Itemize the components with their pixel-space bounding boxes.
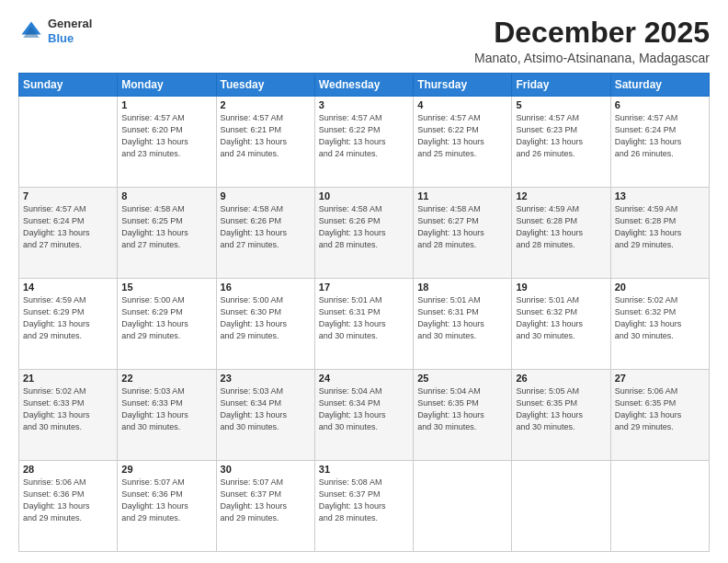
calendar-header-row: Sunday Monday Tuesday Wednesday Thursday… bbox=[19, 74, 710, 97]
table-row: 17Sunrise: 5:01 AMSunset: 6:31 PMDayligh… bbox=[314, 279, 413, 370]
day-number: 31 bbox=[319, 464, 409, 475]
day-number: 8 bbox=[121, 190, 211, 201]
table-row: 12Sunrise: 4:59 AMSunset: 6:28 PMDayligh… bbox=[512, 188, 610, 279]
day-info: Sunrise: 5:00 AMSunset: 6:30 PMDaylight:… bbox=[221, 294, 311, 342]
table-row: 6Sunrise: 4:57 AMSunset: 6:24 PMDaylight… bbox=[610, 97, 709, 188]
table-row: 3Sunrise: 4:57 AMSunset: 6:22 PMDaylight… bbox=[314, 97, 413, 188]
day-info: Sunrise: 5:07 AMSunset: 6:37 PMDaylight:… bbox=[221, 477, 311, 524]
day-info: Sunrise: 4:58 AMSunset: 6:26 PMDaylight:… bbox=[221, 203, 311, 251]
table-row: 4Sunrise: 4:57 AMSunset: 6:22 PMDaylight… bbox=[414, 97, 512, 188]
day-info: Sunrise: 5:02 AMSunset: 6:33 PMDaylight:… bbox=[23, 385, 113, 433]
day-info: Sunrise: 5:08 AMSunset: 6:37 PMDaylight:… bbox=[319, 477, 409, 524]
day-number: 4 bbox=[417, 99, 507, 110]
day-number: 6 bbox=[615, 99, 705, 110]
col-saturday: Saturday bbox=[610, 74, 709, 97]
calendar-week-row: 14Sunrise: 4:59 AMSunset: 6:29 PMDayligh… bbox=[19, 279, 710, 370]
day-info: Sunrise: 4:58 AMSunset: 6:26 PMDaylight:… bbox=[319, 203, 409, 251]
day-number: 1 bbox=[121, 99, 211, 110]
day-number: 20 bbox=[615, 282, 705, 293]
table-row: 1Sunrise: 4:57 AMSunset: 6:20 PMDaylight… bbox=[118, 97, 216, 188]
calendar-week-row: 21Sunrise: 5:02 AMSunset: 6:33 PMDayligh… bbox=[19, 370, 710, 461]
day-number: 17 bbox=[319, 282, 409, 293]
calendar-table: Sunday Monday Tuesday Wednesday Thursday… bbox=[18, 73, 710, 552]
table-row bbox=[512, 461, 610, 552]
day-info: Sunrise: 5:03 AMSunset: 6:34 PMDaylight:… bbox=[221, 385, 311, 433]
day-number: 25 bbox=[417, 373, 507, 384]
day-info: Sunrise: 4:57 AMSunset: 6:21 PMDaylight:… bbox=[221, 112, 311, 160]
day-info: Sunrise: 5:04 AMSunset: 6:35 PMDaylight:… bbox=[417, 385, 507, 433]
table-row: 31Sunrise: 5:08 AMSunset: 6:37 PMDayligh… bbox=[314, 461, 413, 552]
table-row: 29Sunrise: 5:07 AMSunset: 6:36 PMDayligh… bbox=[118, 461, 216, 552]
col-tuesday: Tuesday bbox=[216, 74, 314, 97]
logo-general: General bbox=[48, 17, 92, 30]
day-info: Sunrise: 5:00 AMSunset: 6:29 PMDaylight:… bbox=[121, 294, 211, 342]
day-number: 14 bbox=[23, 282, 113, 293]
day-number: 21 bbox=[23, 373, 113, 384]
day-number: 27 bbox=[615, 373, 705, 384]
day-number: 28 bbox=[23, 464, 113, 475]
title-block: December 2025 Manato, Atsimo-Atsinanana,… bbox=[474, 17, 710, 65]
day-info: Sunrise: 5:01 AMSunset: 6:31 PMDaylight:… bbox=[319, 294, 409, 342]
day-info: Sunrise: 4:57 AMSunset: 6:22 PMDaylight:… bbox=[319, 112, 409, 160]
day-number: 3 bbox=[319, 99, 409, 110]
logo-icon bbox=[18, 18, 44, 44]
table-row: 15Sunrise: 5:00 AMSunset: 6:29 PMDayligh… bbox=[118, 279, 216, 370]
day-number: 15 bbox=[121, 282, 211, 293]
table-row: 24Sunrise: 5:04 AMSunset: 6:34 PMDayligh… bbox=[314, 370, 413, 461]
calendar-week-row: 7Sunrise: 4:57 AMSunset: 6:24 PMDaylight… bbox=[19, 188, 710, 279]
day-info: Sunrise: 5:06 AMSunset: 6:35 PMDaylight:… bbox=[615, 385, 705, 433]
logo-blue: Blue bbox=[48, 31, 74, 45]
day-info: Sunrise: 5:05 AMSunset: 6:35 PMDaylight:… bbox=[516, 385, 606, 433]
day-info: Sunrise: 5:07 AMSunset: 6:36 PMDaylight:… bbox=[121, 477, 211, 524]
table-row: 16Sunrise: 5:00 AMSunset: 6:30 PMDayligh… bbox=[216, 279, 314, 370]
table-row: 11Sunrise: 4:58 AMSunset: 6:27 PMDayligh… bbox=[414, 188, 512, 279]
table-row: 27Sunrise: 5:06 AMSunset: 6:35 PMDayligh… bbox=[610, 370, 709, 461]
day-number: 10 bbox=[319, 190, 409, 201]
day-number: 11 bbox=[417, 190, 507, 201]
day-info: Sunrise: 5:01 AMSunset: 6:32 PMDaylight:… bbox=[516, 294, 606, 342]
day-info: Sunrise: 5:03 AMSunset: 6:33 PMDaylight:… bbox=[121, 385, 211, 433]
table-row: 20Sunrise: 5:02 AMSunset: 6:32 PMDayligh… bbox=[610, 279, 709, 370]
table-row: 19Sunrise: 5:01 AMSunset: 6:32 PMDayligh… bbox=[512, 279, 610, 370]
col-wednesday: Wednesday bbox=[314, 74, 413, 97]
location-subtitle: Manato, Atsimo-Atsinanana, Madagascar bbox=[474, 51, 710, 65]
table-row: 26Sunrise: 5:05 AMSunset: 6:35 PMDayligh… bbox=[512, 370, 610, 461]
table-row: 8Sunrise: 4:58 AMSunset: 6:25 PMDaylight… bbox=[118, 188, 216, 279]
day-info: Sunrise: 4:57 AMSunset: 6:23 PMDaylight:… bbox=[516, 112, 606, 160]
day-number: 7 bbox=[23, 190, 113, 201]
table-row bbox=[610, 461, 709, 552]
day-info: Sunrise: 4:57 AMSunset: 6:22 PMDaylight:… bbox=[417, 112, 507, 160]
table-row: 7Sunrise: 4:57 AMSunset: 6:24 PMDaylight… bbox=[19, 188, 118, 279]
page: General Blue December 2025 Manato, Atsim… bbox=[0, 0, 728, 563]
day-number: 13 bbox=[615, 190, 705, 201]
header: General Blue December 2025 Manato, Atsim… bbox=[18, 17, 710, 65]
day-number: 22 bbox=[121, 373, 211, 384]
day-number: 5 bbox=[516, 99, 606, 110]
calendar-week-row: 28Sunrise: 5:06 AMSunset: 6:36 PMDayligh… bbox=[19, 461, 710, 552]
day-info: Sunrise: 4:59 AMSunset: 6:29 PMDaylight:… bbox=[23, 294, 113, 342]
day-info: Sunrise: 4:58 AMSunset: 6:27 PMDaylight:… bbox=[417, 203, 507, 251]
table-row: 13Sunrise: 4:59 AMSunset: 6:28 PMDayligh… bbox=[610, 188, 709, 279]
table-row bbox=[19, 97, 118, 188]
day-number: 16 bbox=[221, 282, 311, 293]
day-number: 18 bbox=[417, 282, 507, 293]
table-row: 28Sunrise: 5:06 AMSunset: 6:36 PMDayligh… bbox=[19, 461, 118, 552]
table-row: 23Sunrise: 5:03 AMSunset: 6:34 PMDayligh… bbox=[216, 370, 314, 461]
day-number: 24 bbox=[319, 373, 409, 384]
calendar-week-row: 1Sunrise: 4:57 AMSunset: 6:20 PMDaylight… bbox=[19, 97, 710, 188]
day-number: 2 bbox=[221, 99, 311, 110]
table-row: 9Sunrise: 4:58 AMSunset: 6:26 PMDaylight… bbox=[216, 188, 314, 279]
col-thursday: Thursday bbox=[414, 74, 512, 97]
table-row: 25Sunrise: 5:04 AMSunset: 6:35 PMDayligh… bbox=[414, 370, 512, 461]
logo-text: General Blue bbox=[48, 17, 92, 45]
table-row: 30Sunrise: 5:07 AMSunset: 6:37 PMDayligh… bbox=[216, 461, 314, 552]
table-row bbox=[414, 461, 512, 552]
day-info: Sunrise: 4:58 AMSunset: 6:25 PMDaylight:… bbox=[121, 203, 211, 251]
col-monday: Monday bbox=[118, 74, 216, 97]
day-number: 19 bbox=[516, 282, 606, 293]
day-number: 12 bbox=[516, 190, 606, 201]
day-number: 23 bbox=[221, 373, 311, 384]
table-row: 2Sunrise: 4:57 AMSunset: 6:21 PMDaylight… bbox=[216, 97, 314, 188]
day-info: Sunrise: 4:59 AMSunset: 6:28 PMDaylight:… bbox=[516, 203, 606, 251]
table-row: 21Sunrise: 5:02 AMSunset: 6:33 PMDayligh… bbox=[19, 370, 118, 461]
